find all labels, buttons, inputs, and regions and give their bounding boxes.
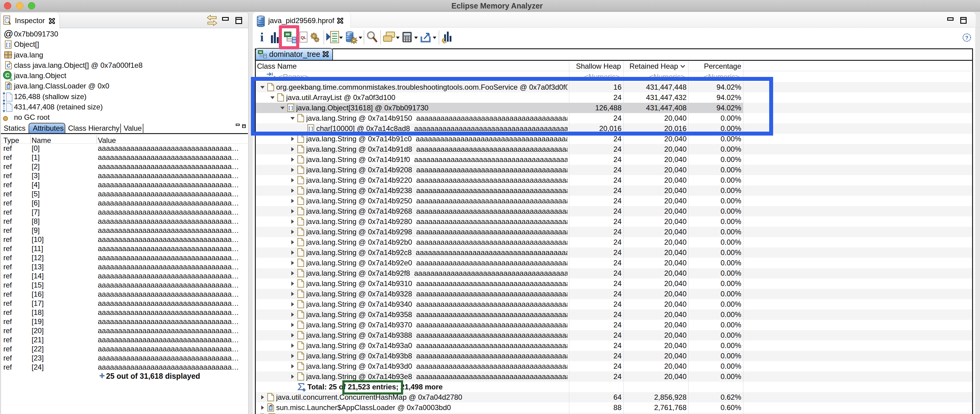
svg-text:S: S (10, 76, 13, 81)
svg-text:[]: [] (5, 43, 11, 48)
svg-text:QL: QL (301, 35, 306, 40)
svg-text:C: C (7, 63, 10, 69)
svg-text:C: C (5, 72, 10, 78)
svg-text:?: ? (965, 35, 968, 41)
